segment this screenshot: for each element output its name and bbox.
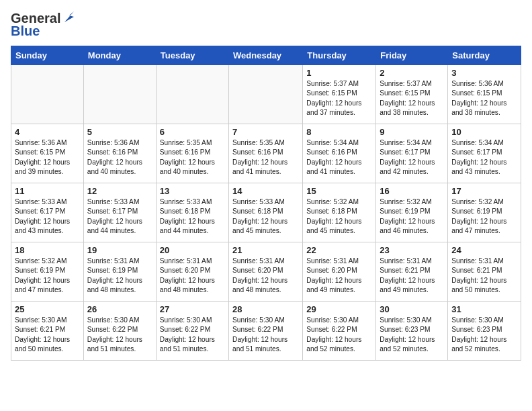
svg-marker-0	[64, 11, 74, 22]
day-cell-26: 26Sunrise: 5:30 AM Sunset: 6:22 PM Dayli…	[83, 302, 156, 361]
day-cell-25: 25Sunrise: 5:30 AM Sunset: 6:21 PM Dayli…	[11, 302, 84, 361]
day-info: Sunrise: 5:32 AM Sunset: 6:19 PM Dayligh…	[451, 197, 517, 236]
week-row-1: 1Sunrise: 5:37 AM Sunset: 6:15 PM Daylig…	[11, 65, 521, 124]
day-number: 14	[232, 186, 299, 196]
day-cell-22: 22Sunrise: 5:31 AM Sunset: 6:20 PM Dayli…	[303, 242, 376, 302]
day-cell-16: 16Sunrise: 5:32 AM Sunset: 6:19 PM Dayli…	[376, 183, 448, 242]
day-cell-6: 6Sunrise: 5:35 AM Sunset: 6:16 PM Daylig…	[156, 124, 228, 183]
empty-cell	[83, 65, 156, 124]
day-number: 9	[380, 127, 444, 137]
day-info: Sunrise: 5:31 AM Sunset: 6:19 PM Dayligh…	[87, 257, 152, 295]
weekday-header-sunday: Sunday	[11, 46, 84, 65]
day-number: 15	[306, 186, 372, 196]
day-info: Sunrise: 5:36 AM Sunset: 6:15 PM Dayligh…	[15, 138, 80, 177]
day-number: 2	[380, 68, 444, 78]
day-info: Sunrise: 5:30 AM Sunset: 6:23 PM Dayligh…	[380, 316, 444, 354]
week-row-4: 18Sunrise: 5:32 AM Sunset: 6:19 PM Dayli…	[11, 242, 521, 302]
day-info: Sunrise: 5:35 AM Sunset: 6:16 PM Dayligh…	[232, 138, 299, 177]
day-number: 18	[15, 245, 80, 255]
day-cell-24: 24Sunrise: 5:31 AM Sunset: 6:21 PM Dayli…	[448, 242, 521, 302]
day-cell-7: 7Sunrise: 5:35 AM Sunset: 6:16 PM Daylig…	[229, 124, 303, 183]
day-number: 26	[87, 304, 152, 314]
empty-cell	[11, 65, 84, 124]
weekday-header-thursday: Thursday	[303, 46, 376, 65]
day-cell-5: 5Sunrise: 5:36 AM Sunset: 6:16 PM Daylig…	[83, 124, 156, 183]
day-info: Sunrise: 5:31 AM Sunset: 6:21 PM Dayligh…	[451, 257, 517, 295]
day-cell-3: 3Sunrise: 5:36 AM Sunset: 6:15 PM Daylig…	[448, 65, 521, 124]
week-row-2: 4Sunrise: 5:36 AM Sunset: 6:15 PM Daylig…	[11, 124, 521, 183]
weekday-header-row: SundayMondayTuesdayWednesdayThursdayFrid…	[11, 46, 521, 65]
day-number: 5	[87, 127, 152, 137]
day-number: 28	[232, 304, 299, 314]
day-info: Sunrise: 5:31 AM Sunset: 6:20 PM Dayligh…	[160, 257, 225, 295]
day-number: 8	[306, 127, 372, 137]
day-number: 10	[451, 127, 517, 137]
day-number: 31	[451, 304, 517, 314]
day-number: 27	[160, 304, 225, 314]
day-number: 17	[451, 186, 517, 196]
day-info: Sunrise: 5:30 AM Sunset: 6:22 PM Dayligh…	[306, 316, 372, 354]
day-number: 4	[15, 127, 80, 137]
day-number: 20	[160, 245, 225, 255]
day-cell-21: 21Sunrise: 5:31 AM Sunset: 6:20 PM Dayli…	[229, 242, 303, 302]
day-cell-9: 9Sunrise: 5:34 AM Sunset: 6:17 PM Daylig…	[376, 124, 448, 183]
day-cell-31: 31Sunrise: 5:30 AM Sunset: 6:23 PM Dayli…	[448, 302, 521, 361]
day-cell-29: 29Sunrise: 5:30 AM Sunset: 6:22 PM Dayli…	[303, 302, 376, 361]
day-cell-15: 15Sunrise: 5:32 AM Sunset: 6:18 PM Dayli…	[303, 183, 376, 242]
day-cell-4: 4Sunrise: 5:36 AM Sunset: 6:15 PM Daylig…	[11, 124, 84, 183]
day-info: Sunrise: 5:30 AM Sunset: 6:22 PM Dayligh…	[232, 316, 299, 354]
day-info: Sunrise: 5:33 AM Sunset: 6:17 PM Dayligh…	[15, 197, 80, 236]
day-number: 11	[15, 186, 80, 196]
day-cell-17: 17Sunrise: 5:32 AM Sunset: 6:19 PM Dayli…	[448, 183, 521, 242]
weekday-header-friday: Friday	[376, 46, 448, 65]
day-info: Sunrise: 5:31 AM Sunset: 6:20 PM Dayligh…	[232, 257, 299, 295]
day-number: 25	[15, 304, 80, 314]
day-info: Sunrise: 5:36 AM Sunset: 6:16 PM Dayligh…	[87, 138, 152, 177]
day-number: 23	[380, 245, 444, 255]
day-info: Sunrise: 5:37 AM Sunset: 6:15 PM Dayligh…	[380, 79, 444, 118]
day-info: Sunrise: 5:36 AM Sunset: 6:15 PM Dayligh…	[451, 79, 517, 118]
day-info: Sunrise: 5:34 AM Sunset: 6:17 PM Dayligh…	[451, 138, 517, 177]
day-info: Sunrise: 5:30 AM Sunset: 6:23 PM Dayligh…	[451, 316, 517, 354]
weekday-header-monday: Monday	[83, 46, 156, 65]
day-cell-2: 2Sunrise: 5:37 AM Sunset: 6:15 PM Daylig…	[376, 65, 448, 124]
day-info: Sunrise: 5:30 AM Sunset: 6:21 PM Dayligh…	[15, 316, 80, 354]
day-info: Sunrise: 5:31 AM Sunset: 6:21 PM Dayligh…	[380, 257, 444, 295]
page-header: General Blue	[11, 11, 521, 39]
day-info: Sunrise: 5:31 AM Sunset: 6:20 PM Dayligh…	[306, 257, 372, 295]
day-number: 1	[306, 68, 372, 78]
day-cell-27: 27Sunrise: 5:30 AM Sunset: 6:22 PM Dayli…	[156, 302, 228, 361]
day-info: Sunrise: 5:35 AM Sunset: 6:16 PM Dayligh…	[160, 138, 225, 177]
day-number: 29	[306, 304, 372, 314]
day-info: Sunrise: 5:34 AM Sunset: 6:17 PM Dayligh…	[380, 138, 444, 177]
day-number: 30	[380, 304, 444, 314]
logo: General Blue	[11, 11, 77, 39]
day-info: Sunrise: 5:32 AM Sunset: 6:19 PM Dayligh…	[380, 197, 444, 236]
day-cell-23: 23Sunrise: 5:31 AM Sunset: 6:21 PM Dayli…	[376, 242, 448, 302]
day-number: 3	[451, 68, 517, 78]
day-number: 16	[380, 186, 444, 196]
week-row-3: 11Sunrise: 5:33 AM Sunset: 6:17 PM Dayli…	[11, 183, 521, 242]
day-number: 12	[87, 186, 152, 196]
day-info: Sunrise: 5:30 AM Sunset: 6:22 PM Dayligh…	[87, 316, 152, 354]
day-info: Sunrise: 5:34 AM Sunset: 6:16 PM Dayligh…	[306, 138, 372, 177]
day-number: 22	[306, 245, 372, 255]
day-info: Sunrise: 5:33 AM Sunset: 6:18 PM Dayligh…	[160, 197, 225, 236]
day-cell-13: 13Sunrise: 5:33 AM Sunset: 6:18 PM Dayli…	[156, 183, 228, 242]
day-cell-19: 19Sunrise: 5:31 AM Sunset: 6:19 PM Dayli…	[83, 242, 156, 302]
day-cell-28: 28Sunrise: 5:30 AM Sunset: 6:22 PM Dayli…	[229, 302, 303, 361]
week-row-5: 25Sunrise: 5:30 AM Sunset: 6:21 PM Dayli…	[11, 302, 521, 361]
day-number: 6	[160, 127, 225, 137]
day-cell-10: 10Sunrise: 5:34 AM Sunset: 6:17 PM Dayli…	[448, 124, 521, 183]
day-info: Sunrise: 5:37 AM Sunset: 6:15 PM Dayligh…	[306, 79, 372, 118]
empty-cell	[229, 65, 303, 124]
day-cell-18: 18Sunrise: 5:32 AM Sunset: 6:19 PM Dayli…	[11, 242, 84, 302]
logo-icon	[62, 10, 77, 25]
day-info: Sunrise: 5:33 AM Sunset: 6:17 PM Dayligh…	[87, 197, 152, 236]
calendar-table: SundayMondayTuesdayWednesdayThursdayFrid…	[11, 46, 521, 361]
day-cell-30: 30Sunrise: 5:30 AM Sunset: 6:23 PM Dayli…	[376, 302, 448, 361]
day-number: 24	[451, 245, 517, 255]
day-cell-11: 11Sunrise: 5:33 AM Sunset: 6:17 PM Dayli…	[11, 183, 84, 242]
weekday-header-saturday: Saturday	[448, 46, 521, 65]
day-cell-14: 14Sunrise: 5:33 AM Sunset: 6:18 PM Dayli…	[229, 183, 303, 242]
